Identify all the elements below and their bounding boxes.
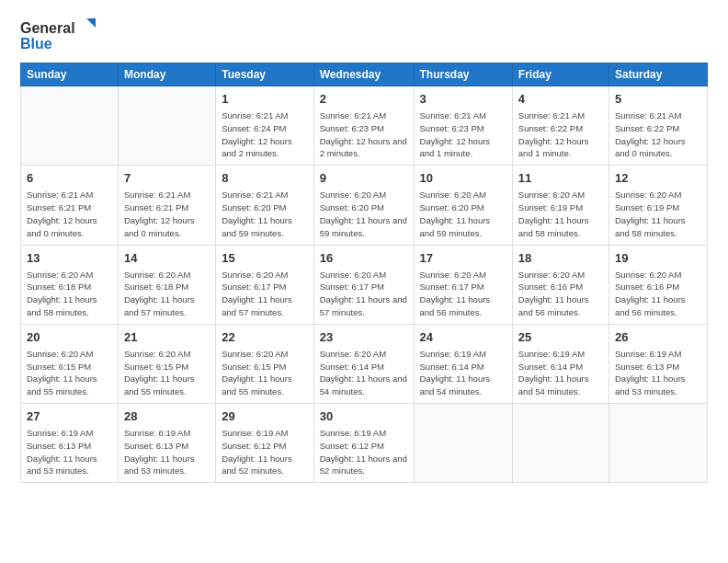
calendar-cell: 19Sunrise: 6:20 AM Sunset: 6:16 PM Dayli… xyxy=(609,245,707,324)
day-number: 30 xyxy=(320,408,408,425)
day-info: Sunrise: 6:21 AM Sunset: 6:22 PM Dayligh… xyxy=(615,109,701,160)
day-number: 8 xyxy=(222,170,308,187)
calendar-cell: 10Sunrise: 6:20 AM Sunset: 6:20 PM Dayli… xyxy=(414,166,512,245)
day-number: 16 xyxy=(320,250,408,267)
day-info: Sunrise: 6:20 AM Sunset: 6:19 PM Dayligh… xyxy=(615,189,701,239)
calendar-cell: 6Sunrise: 6:21 AM Sunset: 6:21 PM Daylig… xyxy=(21,166,119,245)
day-number: 22 xyxy=(222,329,308,346)
day-info: Sunrise: 6:21 AM Sunset: 6:23 PM Dayligh… xyxy=(320,109,408,160)
calendar-table: SundayMondayTuesdayWednesdayThursdayFrid… xyxy=(20,63,708,483)
day-info: Sunrise: 6:20 AM Sunset: 6:15 PM Dayligh… xyxy=(27,348,112,398)
logo-svg: General Blue xyxy=(20,17,103,53)
weekday-header-tuesday: Tuesday xyxy=(216,63,314,86)
calendar-cell: 14Sunrise: 6:20 AM Sunset: 6:18 PM Dayli… xyxy=(118,245,215,324)
day-number: 24 xyxy=(420,329,506,346)
day-info: Sunrise: 6:20 AM Sunset: 6:17 PM Dayligh… xyxy=(420,269,506,319)
day-number: 1 xyxy=(222,91,308,108)
day-info: Sunrise: 6:20 AM Sunset: 6:15 PM Dayligh… xyxy=(124,348,210,398)
day-info: Sunrise: 6:21 AM Sunset: 6:21 PM Dayligh… xyxy=(27,189,112,239)
day-number: 25 xyxy=(518,329,603,346)
calendar-cell: 24Sunrise: 6:19 AM Sunset: 6:14 PM Dayli… xyxy=(414,324,512,403)
day-info: Sunrise: 6:21 AM Sunset: 6:21 PM Dayligh… xyxy=(124,189,210,239)
day-number: 21 xyxy=(124,329,210,346)
calendar-cell: 28Sunrise: 6:19 AM Sunset: 6:13 PM Dayli… xyxy=(118,404,215,483)
day-info: Sunrise: 6:19 AM Sunset: 6:13 PM Dayligh… xyxy=(615,348,701,398)
day-number: 28 xyxy=(124,408,210,425)
svg-marker-2 xyxy=(86,18,96,28)
day-info: Sunrise: 6:19 AM Sunset: 6:13 PM Dayligh… xyxy=(27,427,112,477)
day-info: Sunrise: 6:21 AM Sunset: 6:22 PM Dayligh… xyxy=(518,109,603,160)
day-info: Sunrise: 6:20 AM Sunset: 6:19 PM Dayligh… xyxy=(518,189,603,239)
day-number: 3 xyxy=(420,91,506,108)
calendar-cell: 11Sunrise: 6:20 AM Sunset: 6:19 PM Dayli… xyxy=(512,166,609,245)
calendar-cell: 5Sunrise: 6:21 AM Sunset: 6:22 PM Daylig… xyxy=(609,86,707,166)
calendar-cell: 1Sunrise: 6:21 AM Sunset: 6:24 PM Daylig… xyxy=(216,86,314,166)
day-info: Sunrise: 6:21 AM Sunset: 6:23 PM Dayligh… xyxy=(420,109,506,160)
day-number: 5 xyxy=(615,91,701,108)
calendar-cell: 18Sunrise: 6:20 AM Sunset: 6:16 PM Dayli… xyxy=(512,245,609,324)
day-info: Sunrise: 6:19 AM Sunset: 6:14 PM Dayligh… xyxy=(420,348,506,398)
calendar-cell: 26Sunrise: 6:19 AM Sunset: 6:13 PM Dayli… xyxy=(609,324,707,403)
calendar-cell: 27Sunrise: 6:19 AM Sunset: 6:13 PM Dayli… xyxy=(21,404,119,483)
day-number: 29 xyxy=(222,408,308,425)
day-number: 6 xyxy=(27,170,112,187)
day-number: 19 xyxy=(615,250,701,267)
day-info: Sunrise: 6:21 AM Sunset: 6:24 PM Dayligh… xyxy=(222,109,308,160)
calendar-week-2: 6Sunrise: 6:21 AM Sunset: 6:21 PM Daylig… xyxy=(21,166,708,245)
calendar-cell: 8Sunrise: 6:21 AM Sunset: 6:20 PM Daylig… xyxy=(216,166,314,245)
calendar-cell: 7Sunrise: 6:21 AM Sunset: 6:21 PM Daylig… xyxy=(118,166,215,245)
calendar-cell xyxy=(609,404,707,483)
weekday-header-sunday: Sunday xyxy=(21,63,119,86)
calendar-cell: 25Sunrise: 6:19 AM Sunset: 6:14 PM Dayli… xyxy=(512,324,609,403)
day-info: Sunrise: 6:20 AM Sunset: 6:14 PM Dayligh… xyxy=(320,348,408,398)
day-number: 9 xyxy=(320,170,408,187)
calendar-cell: 20Sunrise: 6:20 AM Sunset: 6:15 PM Dayli… xyxy=(21,324,119,403)
day-info: Sunrise: 6:20 AM Sunset: 6:20 PM Dayligh… xyxy=(420,189,506,239)
svg-text:Blue: Blue xyxy=(20,36,52,52)
weekday-header-saturday: Saturday xyxy=(609,63,707,86)
calendar-cell xyxy=(118,86,215,166)
weekday-header-thursday: Thursday xyxy=(414,63,512,86)
day-info: Sunrise: 6:20 AM Sunset: 6:18 PM Dayligh… xyxy=(124,269,210,319)
day-info: Sunrise: 6:20 AM Sunset: 6:17 PM Dayligh… xyxy=(320,269,408,319)
calendar-cell xyxy=(21,86,119,166)
day-info: Sunrise: 6:19 AM Sunset: 6:12 PM Dayligh… xyxy=(320,427,408,477)
day-info: Sunrise: 6:20 AM Sunset: 6:20 PM Dayligh… xyxy=(320,189,408,239)
weekday-header-wednesday: Wednesday xyxy=(313,63,414,86)
calendar-cell: 22Sunrise: 6:20 AM Sunset: 6:15 PM Dayli… xyxy=(216,324,314,403)
day-info: Sunrise: 6:20 AM Sunset: 6:17 PM Dayligh… xyxy=(222,269,308,319)
calendar-cell: 30Sunrise: 6:19 AM Sunset: 6:12 PM Dayli… xyxy=(313,404,414,483)
calendar-cell xyxy=(414,404,512,483)
svg-text:General: General xyxy=(20,20,75,36)
day-info: Sunrise: 6:19 AM Sunset: 6:14 PM Dayligh… xyxy=(518,348,603,398)
calendar-cell: 4Sunrise: 6:21 AM Sunset: 6:22 PM Daylig… xyxy=(512,86,609,166)
calendar-cell: 12Sunrise: 6:20 AM Sunset: 6:19 PM Dayli… xyxy=(609,166,707,245)
calendar-cell: 2Sunrise: 6:21 AM Sunset: 6:23 PM Daylig… xyxy=(313,86,414,166)
weekday-header-monday: Monday xyxy=(118,63,215,86)
calendar-cell: 9Sunrise: 6:20 AM Sunset: 6:20 PM Daylig… xyxy=(313,166,414,245)
calendar-cell: 17Sunrise: 6:20 AM Sunset: 6:17 PM Dayli… xyxy=(414,245,512,324)
day-info: Sunrise: 6:19 AM Sunset: 6:13 PM Dayligh… xyxy=(124,427,210,477)
day-number: 15 xyxy=(222,250,308,267)
page-header: General Blue xyxy=(20,17,708,53)
day-number: 14 xyxy=(124,250,210,267)
calendar-week-3: 13Sunrise: 6:20 AM Sunset: 6:18 PM Dayli… xyxy=(21,245,708,324)
day-number: 10 xyxy=(420,170,506,187)
calendar-cell: 23Sunrise: 6:20 AM Sunset: 6:14 PM Dayli… xyxy=(313,324,414,403)
day-number: 11 xyxy=(518,170,603,187)
calendar-week-4: 20Sunrise: 6:20 AM Sunset: 6:15 PM Dayli… xyxy=(21,324,708,403)
calendar-cell: 21Sunrise: 6:20 AM Sunset: 6:15 PM Dayli… xyxy=(118,324,215,403)
weekday-header-friday: Friday xyxy=(512,63,609,86)
logo: General Blue xyxy=(20,17,103,53)
day-info: Sunrise: 6:20 AM Sunset: 6:16 PM Dayligh… xyxy=(615,269,701,319)
calendar-week-5: 27Sunrise: 6:19 AM Sunset: 6:13 PM Dayli… xyxy=(21,404,708,483)
calendar-cell: 3Sunrise: 6:21 AM Sunset: 6:23 PM Daylig… xyxy=(414,86,512,166)
day-info: Sunrise: 6:20 AM Sunset: 6:16 PM Dayligh… xyxy=(518,269,603,319)
day-number: 4 xyxy=(518,91,603,108)
day-number: 18 xyxy=(518,250,603,267)
calendar-cell: 29Sunrise: 6:19 AM Sunset: 6:12 PM Dayli… xyxy=(216,404,314,483)
day-number: 23 xyxy=(320,329,408,346)
day-number: 26 xyxy=(615,329,701,346)
day-info: Sunrise: 6:21 AM Sunset: 6:20 PM Dayligh… xyxy=(222,189,308,239)
calendar-header-row: SundayMondayTuesdayWednesdayThursdayFrid… xyxy=(21,63,708,86)
